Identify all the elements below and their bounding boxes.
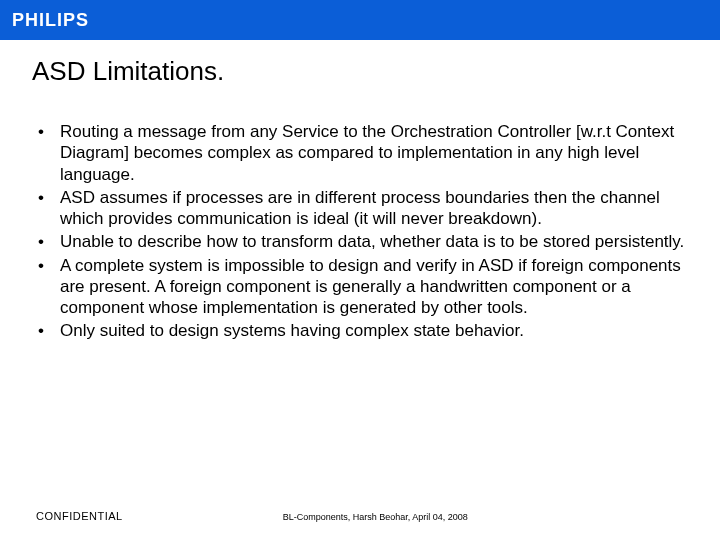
- footer: CONFIDENTIAL BL-Components, Harsh Beohar…: [0, 510, 720, 522]
- bullet-item: Unable to describe how to transform data…: [56, 231, 688, 252]
- bullet-item: A complete system is impossible to desig…: [56, 255, 688, 319]
- brand-logo: PHILIPS: [12, 10, 89, 31]
- bullet-item: ASD assumes if processes are in differen…: [56, 187, 688, 230]
- footer-attribution: BL-Components, Harsh Beohar, April 04, 2…: [283, 512, 468, 522]
- slide-content: ASD Limitations. Routing a message from …: [0, 40, 720, 342]
- slide-title: ASD Limitations.: [32, 56, 688, 87]
- bullet-list: Routing a message from any Service to th…: [32, 121, 688, 342]
- bullet-item: Routing a message from any Service to th…: [56, 121, 688, 185]
- footer-confidential: CONFIDENTIAL: [36, 510, 123, 522]
- header-bar: PHILIPS: [0, 0, 720, 40]
- bullet-item: Only suited to design systems having com…: [56, 320, 688, 341]
